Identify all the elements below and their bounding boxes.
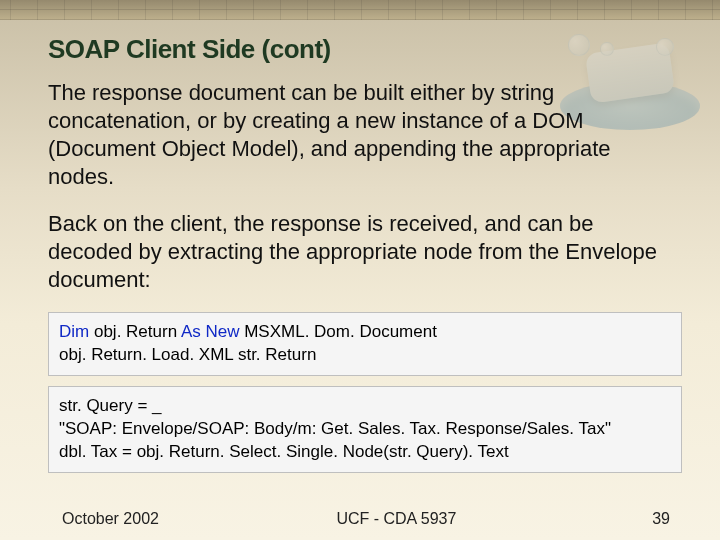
code-line: Dim obj. Return As New MSXML. Dom. Docum… <box>59 321 671 344</box>
keyword-dim: Dim <box>59 322 89 341</box>
slide-title: SOAP Client Side (cont) <box>48 34 682 65</box>
code-line: "SOAP: Envelope/SOAP: Body/m: Get. Sales… <box>59 418 671 441</box>
code-line: str. Query = _ <box>59 395 671 418</box>
paragraph-1: The response document can be built eithe… <box>48 79 682 192</box>
footer-course: UCF - CDA 5937 <box>269 510 524 528</box>
paragraph-2: Back on the client, the response is rece… <box>48 210 682 294</box>
code-block-2: str. Query = _ "SOAP: Envelope/SOAP: Bod… <box>48 386 682 473</box>
slide-body: SOAP Client Side (cont) The response doc… <box>0 20 720 540</box>
keyword-as-new: As New <box>181 322 240 341</box>
footer-date: October 2002 <box>62 510 269 528</box>
code-text: MSXML. Dom. Document <box>239 322 436 341</box>
code-line: obj. Return. Load. XML str. Return <box>59 344 671 367</box>
code-line: dbl. Tax = obj. Return. Select. Single. … <box>59 441 671 464</box>
code-text: obj. Return <box>89 322 181 341</box>
footer-page-number: 39 <box>524 510 670 528</box>
code-block-1: Dim obj. Return As New MSXML. Dom. Docum… <box>48 312 682 376</box>
top-brick-strip <box>0 0 720 20</box>
slide-footer: October 2002 UCF - CDA 5937 39 <box>0 510 720 528</box>
